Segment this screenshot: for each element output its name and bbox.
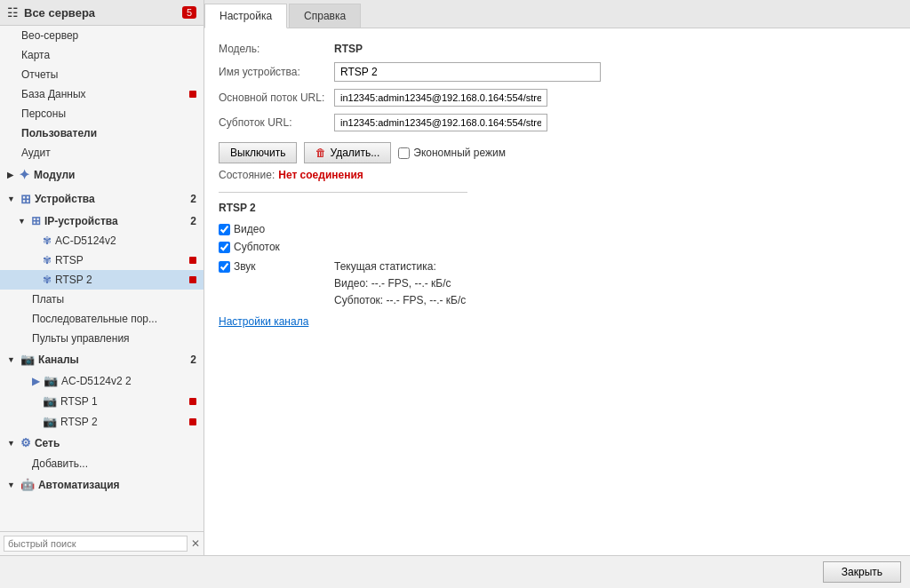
ip-devices-label: IP-устройства xyxy=(44,215,187,227)
ac-d5124v2-2-group-icon: ▶ xyxy=(32,375,40,387)
ip-devices-badge: 2 xyxy=(190,215,196,227)
sidebar-section-channels[interactable]: ▼ 📷 Каналы 2 xyxy=(0,348,204,370)
stats-sub-line: Субпоток: --.- FPS, --.- кБ/с xyxy=(334,292,466,309)
ip-devices-arrow: ▼ xyxy=(18,217,26,226)
button-row: Выключить 🗑 Удалить... Экономный режим xyxy=(219,142,896,163)
sidebar-label-rtsp1-ch: RTSP 1 xyxy=(60,395,98,408)
sidebar-item-audit[interactable]: Аудит xyxy=(0,143,204,163)
sidebar-label-ac-d5124v2: AC-D5124v2 xyxy=(55,234,116,247)
sidebar-label-rtsp2-ch: RTSP 2 xyxy=(60,416,98,428)
device-section-title: RTSP 2 xyxy=(219,202,896,214)
sidebar: ☷ Все сервера 5 Вео-сервер Карта Отчеты … xyxy=(0,0,204,555)
sidebar-item-database[interactable]: База Данных xyxy=(0,84,204,104)
disable-label: Выключить xyxy=(230,147,285,159)
rtsp2-ch-icon: 📷 xyxy=(43,415,57,428)
sidebar-label-audit: Аудит xyxy=(21,147,51,159)
channels-badge: 2 xyxy=(190,354,196,366)
modules-icon: ✦ xyxy=(19,167,30,183)
sidebar-item-remotes[interactable]: Пульты управления xyxy=(0,329,204,348)
stats-block: Текущая статистика: Видео: --.- FPS, --.… xyxy=(334,258,466,310)
sidebar-section-ip-devices[interactable]: ▼ ⊞ IP-устройства 2 xyxy=(0,211,204,231)
sidebar-label-reports: Отчеты xyxy=(21,68,58,81)
content-area: Настройка Справка Модель: RTSP Имя устро… xyxy=(204,0,910,555)
sidebar-item-rtsp2-ch[interactable]: 📷 RTSP 2 xyxy=(0,411,204,432)
sub-stream-input[interactable] xyxy=(334,114,547,131)
sidebar-label-users: Пользователи xyxy=(21,127,97,139)
sidebar-item-plates[interactable]: Платы xyxy=(0,290,204,309)
tab-settings[interactable]: Настройка xyxy=(204,4,287,28)
database-red-dot xyxy=(189,91,196,98)
disable-button[interactable]: Выключить xyxy=(219,142,297,163)
sidebar-label-web-server: Вео-сервер xyxy=(21,29,78,42)
automation-icon: 🤖 xyxy=(20,478,35,491)
sound-checkbox-label[interactable]: Звук xyxy=(219,260,334,273)
clear-search-button[interactable]: ✕ xyxy=(191,537,200,550)
sidebar-item-users[interactable]: Пользователи xyxy=(0,123,204,143)
channel-settings-link[interactable]: Настройки канала xyxy=(219,315,308,328)
model-row: Модель: RTSP xyxy=(219,43,896,55)
sound-checkbox[interactable] xyxy=(219,261,230,273)
rtsp2-ch-red-dot xyxy=(189,418,196,425)
sidebar-section-network[interactable]: ▼ ⚙ Сеть xyxy=(0,432,204,454)
device-name-input[interactable] xyxy=(334,62,601,82)
sidebar-item-map[interactable]: Карта xyxy=(0,45,204,65)
sidebar-item-rtsp[interactable]: ✾ RTSP xyxy=(0,250,204,270)
sidebar-item-ac-d5124v2-2-group[interactable]: ▶ 📷 AC-D5124v2 2 xyxy=(0,370,204,391)
bottom-bar: Закрыть xyxy=(0,555,910,588)
sidebar-item-reports[interactable]: Отчеты xyxy=(0,65,204,84)
rtsp2-red-dot xyxy=(189,276,196,283)
sound-label: Звук xyxy=(234,260,256,273)
tab-help[interactable]: Справка xyxy=(289,4,361,28)
sidebar-header[interactable]: ☷ Все сервера 5 xyxy=(0,0,204,26)
sidebar-label-add: Добавить... xyxy=(32,457,88,470)
sidebar-item-ac-d5124v2[interactable]: ✾ AC-D5124v2 xyxy=(0,231,204,250)
content-panel: Модель: RTSP Имя устройства: Основной по… xyxy=(204,28,910,555)
tabs-bar: Настройка Справка xyxy=(204,0,910,28)
model-label: Модель: xyxy=(219,43,334,55)
eco-mode-label: Экономный режим xyxy=(413,147,506,159)
channels-icon: 📷 xyxy=(20,353,35,366)
eco-mode-checkbox-label[interactable]: Экономный режим xyxy=(398,147,506,159)
substream-checkbox[interactable] xyxy=(219,242,230,253)
main-stream-row: Основной поток URL: xyxy=(219,89,896,107)
sidebar-badge: 5 xyxy=(182,6,196,19)
sidebar-section-devices[interactable]: ▼ ⊞ Устройства 2 xyxy=(0,187,204,211)
delete-button[interactable]: 🗑 Удалить... xyxy=(304,142,391,163)
sidebar-item-serial[interactable]: Последовательные пор... xyxy=(0,309,204,329)
sidebar-label-database: База Данных xyxy=(21,88,86,100)
channels-arrow: ▼ xyxy=(7,355,15,364)
channels-label: Каналы xyxy=(38,354,187,366)
close-label: Закрыть xyxy=(842,566,882,578)
rtsp2-icon: ✾ xyxy=(43,274,52,286)
sound-option-row: Звук Текущая статистика: Видео: --.- FPS… xyxy=(219,258,896,310)
sidebar-label-ac-d5124v2-2: AC-D5124v2 2 xyxy=(61,375,132,387)
sidebar-item-add[interactable]: Добавить... xyxy=(0,454,204,473)
sidebar-item-persons[interactable]: Персоны xyxy=(0,104,204,123)
device-name-row: Имя устройства: xyxy=(219,62,896,82)
video-label: Видео xyxy=(234,223,265,235)
substream-option-row: Субпоток xyxy=(219,241,896,253)
sub-stream-label: Субпоток URL: xyxy=(219,116,334,129)
main-stream-input[interactable] xyxy=(334,89,547,107)
sidebar-label-persons: Персоны xyxy=(21,107,66,120)
substream-checkbox-label[interactable]: Субпоток xyxy=(219,241,334,253)
sidebar-section-modules[interactable]: ▶ ✦ Модули xyxy=(0,163,204,187)
status-row: Состояние: Нет соединения xyxy=(219,169,896,181)
sidebar-section-automation[interactable]: ▼ 🤖 Автоматизация xyxy=(0,473,204,496)
device-options: Видео Субпоток Звук xyxy=(219,223,896,328)
sidebar-item-web-server[interactable]: Вео-сервер xyxy=(0,26,204,45)
video-checkbox-label[interactable]: Видео xyxy=(219,223,334,235)
close-button[interactable]: Закрыть xyxy=(823,561,901,583)
sidebar-label-rtsp2: RTSP 2 xyxy=(55,274,92,286)
substream-label: Субпоток xyxy=(234,241,280,253)
ip-devices-icon: ⊞ xyxy=(31,214,41,227)
video-checkbox[interactable] xyxy=(219,224,230,235)
status-label: Состояние: xyxy=(219,169,275,181)
sidebar-item-rtsp1-ch[interactable]: 📷 RTSP 1 xyxy=(0,391,204,411)
search-input[interactable] xyxy=(4,536,188,552)
sidebar-item-rtsp2[interactable]: ✾ RTSP 2 xyxy=(0,270,204,290)
network-arrow: ▼ xyxy=(7,439,15,448)
sidebar-label-plates: Платы xyxy=(32,293,64,306)
eco-mode-checkbox[interactable] xyxy=(398,147,410,159)
devices-icon: ⊞ xyxy=(20,192,31,206)
